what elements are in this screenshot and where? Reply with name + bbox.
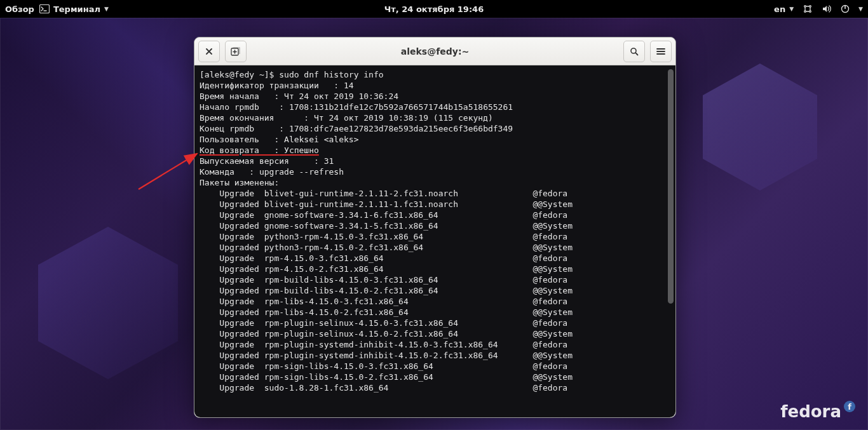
search-button[interactable] — [623, 41, 645, 62]
cmd: sudo dnf history info — [279, 70, 383, 79]
terminal-icon — [39, 4, 50, 13]
return-code-value: Успешно — [279, 145, 319, 155]
window-titlebar[interactable]: aleks@fedy:~ — [194, 37, 675, 65]
input-source-button[interactable]: en ▼ — [774, 4, 794, 14]
terminal-text-area[interactable]: [aleks@fedy ~]$ sudo dnf history info Ид… — [194, 65, 675, 417]
new-tab-button[interactable] — [225, 41, 247, 62]
window-title: aleks@fedy:~ — [252, 46, 618, 57]
chevron-down-icon: ▼ — [104, 6, 109, 12]
fedora-text: fedora — [780, 402, 841, 421]
power-icon[interactable] — [841, 4, 850, 13]
appmenu-terminal[interactable]: Терминал ▼ — [39, 4, 109, 14]
gnome-topbar: Обзор Терминал ▼ Чт, 24 октября 19:46 en… — [0, 0, 868, 18]
volume-icon[interactable] — [822, 4, 832, 13]
svg-point-1 — [804, 6, 806, 8]
prompt: [aleks@fedy ~]$ — [200, 70, 279, 79]
fedora-watermark: fedora f — [780, 402, 855, 421]
network-icon[interactable] — [803, 4, 813, 13]
chevron-down-icon: ▼ — [858, 6, 863, 12]
fedora-badge-icon: f — [844, 401, 855, 412]
appmenu-label: Терминал — [53, 4, 100, 14]
svg-point-4 — [810, 11, 811, 13]
menu-button[interactable] — [650, 41, 672, 62]
scrollbar-thumb[interactable] — [668, 69, 674, 304]
terminal-window: aleks@fedy:~ [aleks@fedy ~]$ sudo dnf hi… — [194, 37, 676, 418]
svg-rect-0 — [39, 5, 49, 13]
return-code-label: Код возврата : — [200, 145, 279, 155]
package-list: Upgrade blivet-gui-runtime-2.1.11-2.fc31… — [200, 189, 573, 393]
activities-label: Обзор — [5, 4, 34, 14]
clock-label: Чт, 24 октября 19:46 — [384, 4, 484, 14]
chevron-down-icon: ▼ — [789, 6, 794, 12]
svg-point-3 — [804, 11, 806, 13]
clock-button[interactable]: Чт, 24 октября 19:46 — [384, 4, 484, 14]
close-button[interactable] — [198, 41, 220, 62]
svg-point-2 — [810, 6, 811, 8]
activities-button[interactable]: Обзор — [5, 4, 34, 14]
terminal-scrollbar[interactable] — [668, 69, 674, 413]
svg-line-9 — [635, 53, 637, 55]
input-source-label: en — [774, 4, 785, 14]
